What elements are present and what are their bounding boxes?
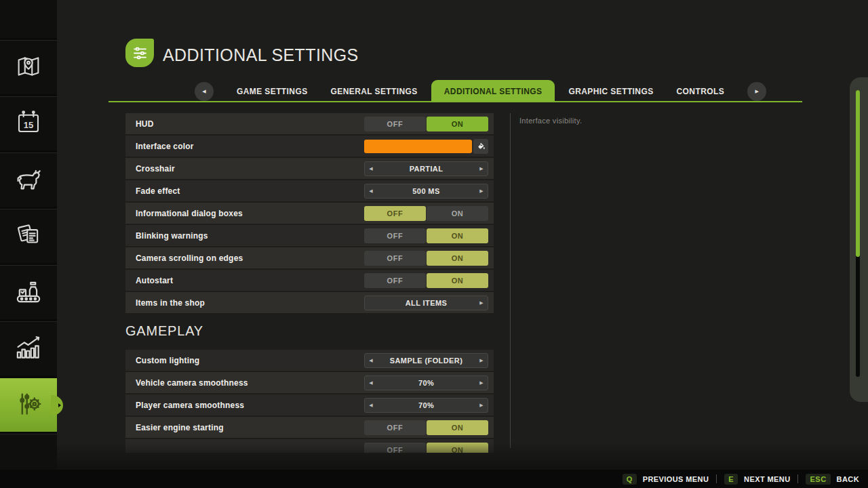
sidebar-item-production[interactable] bbox=[0, 265, 57, 319]
contracts-icon bbox=[14, 221, 43, 252]
toggle-off-button[interactable]: OFF bbox=[364, 117, 426, 131]
sliders-icon bbox=[131, 44, 149, 62]
decrease-button[interactable]: ◀ bbox=[366, 399, 376, 412]
footer-action-previous-menu[interactable]: QPREVIOUS MENU bbox=[623, 474, 709, 485]
toggle: OFFON bbox=[364, 273, 488, 288]
setting-row-items-in-the-shop: Items in the shopALL ITEMS▶ bbox=[125, 292, 494, 313]
toggle-on-button[interactable]: ON bbox=[427, 443, 488, 453]
selector: ALL ITEMS▶ bbox=[364, 296, 488, 310]
footer-bar: QPREVIOUS MENUENEXT MENUESCBACK bbox=[0, 470, 868, 488]
setting-label: Custom lighting bbox=[136, 356, 199, 365]
toggle-on-button[interactable]: ON bbox=[427, 228, 488, 243]
animals-icon bbox=[14, 164, 43, 197]
setting-label: Blinking warnings bbox=[136, 231, 208, 241]
footer-action-back[interactable]: ESCBACK bbox=[806, 474, 859, 485]
sidebar-item-contracts[interactable] bbox=[0, 209, 57, 263]
sidebar-tile-empty bbox=[0, 434, 57, 470]
panel-divider bbox=[510, 113, 511, 448]
svg-text:15: 15 bbox=[24, 119, 34, 129]
setting-row-hud: HUDOFFON bbox=[125, 113, 494, 134]
toggle-on-button[interactable]: ON bbox=[427, 206, 488, 221]
setting-label: Easier engine starting bbox=[136, 423, 224, 432]
tab-graphic-settings[interactable]: GRAPHIC SETTINGS bbox=[568, 87, 653, 96]
increase-button[interactable]: ▶ bbox=[477, 296, 486, 310]
sidebar-item-animals[interactable] bbox=[0, 152, 57, 207]
sidebar-item-calendar[interactable]: 15 bbox=[0, 96, 57, 150]
tab-general-settings[interactable]: GENERAL SETTINGS bbox=[331, 87, 418, 96]
increase-button[interactable]: ▶ bbox=[477, 354, 486, 367]
color-control bbox=[364, 139, 488, 154]
toggle: OFFON bbox=[364, 420, 488, 435]
toggle-off-button[interactable]: OFF bbox=[364, 251, 426, 266]
scrollbar-thumb[interactable] bbox=[856, 90, 860, 257]
toggle-on-button[interactable]: ON bbox=[427, 251, 488, 266]
decrease-button[interactable]: ◀ bbox=[366, 184, 376, 198]
toggle: OFFON bbox=[364, 443, 488, 453]
sidebar-item-map[interactable] bbox=[0, 40, 57, 94]
color-picker-button[interactable] bbox=[473, 139, 488, 154]
map-icon bbox=[14, 52, 43, 83]
key-badge-esc: ESC bbox=[806, 474, 830, 485]
tab-additional-settings[interactable]: ADDITIONAL SETTINGS bbox=[431, 80, 555, 102]
sidebar-item-statistics[interactable] bbox=[0, 321, 57, 375]
setting-row-autostart: AutostartOFFON bbox=[125, 270, 494, 291]
setting-label: Interface color bbox=[136, 142, 194, 151]
setting-control bbox=[364, 139, 488, 154]
toggle: OFFON bbox=[364, 117, 488, 131]
increase-button[interactable]: ▶ bbox=[477, 399, 486, 412]
selector: ◀70%▶ bbox=[364, 398, 488, 413]
tabs-next-button[interactable]: ▶ bbox=[747, 82, 766, 101]
setting-label: HUD bbox=[136, 119, 154, 129]
increase-button[interactable]: ▶ bbox=[477, 184, 486, 198]
section-title-gameplay: GAMEPLAY bbox=[125, 323, 494, 339]
toggle-on-button[interactable]: ON bbox=[427, 117, 488, 131]
decrease-button[interactable]: ◀ bbox=[366, 376, 376, 390]
key-badge-q: Q bbox=[623, 474, 637, 485]
toggle-off-button[interactable]: OFF bbox=[364, 273, 426, 288]
increase-button[interactable]: ▶ bbox=[477, 376, 486, 390]
toggle-off-button[interactable]: OFF bbox=[364, 443, 426, 453]
footer-action-next-menu[interactable]: ENEXT MENU bbox=[724, 474, 790, 485]
toggle-off-button[interactable]: OFF bbox=[364, 206, 426, 221]
selector: ◀500 MS▶ bbox=[364, 184, 488, 199]
toggle-on-button[interactable]: ON bbox=[427, 420, 488, 435]
toggle: OFFON bbox=[364, 251, 488, 266]
settings-list: HUDOFFONInterface colorCrosshair◀PARTIAL… bbox=[125, 113, 494, 453]
tabs-prev-button[interactable]: ◀ bbox=[195, 82, 214, 101]
footer-separator bbox=[797, 474, 798, 483]
setting-row-fade-effect: Fade effect◀500 MS▶ bbox=[125, 180, 494, 201]
settings-icon bbox=[13, 388, 44, 422]
scrollbar-track[interactable] bbox=[856, 90, 860, 377]
toggle-on-button[interactable]: ON bbox=[427, 273, 488, 288]
selector: ◀70%▶ bbox=[364, 375, 488, 390]
tabs-bar: ◀ GAME SETTINGSGENERAL SETTINGSADDITIONA… bbox=[195, 80, 766, 102]
selector-value: 70% bbox=[418, 379, 434, 387]
tab-controls[interactable]: CONTROLS bbox=[677, 87, 725, 96]
selector-value: PARTIAL bbox=[410, 165, 443, 173]
setting-row-camera-scrolling-on-edges: Camera scrolling on edgesOFFON bbox=[125, 247, 494, 268]
toggle-off-button[interactable]: OFF bbox=[364, 228, 426, 243]
paint-icon bbox=[477, 142, 486, 150]
decrease-button[interactable]: ◀ bbox=[366, 354, 376, 367]
setting-control: OFFON bbox=[364, 273, 488, 288]
toggle-off-button[interactable]: OFF bbox=[364, 420, 426, 435]
setting-row-player-camera-smoothness: Player camera smoothness◀70%▶ bbox=[125, 394, 494, 415]
setting-control: OFFON bbox=[364, 228, 488, 243]
key-badge-e: E bbox=[724, 474, 738, 485]
sidebar-item-settings[interactable] bbox=[0, 378, 57, 432]
production-icon bbox=[14, 277, 43, 309]
footer-action-label: NEXT MENU bbox=[744, 475, 790, 483]
color-swatch[interactable] bbox=[364, 140, 472, 153]
additional-settings-icon bbox=[125, 39, 154, 67]
tab-game-settings[interactable]: GAME SETTINGS bbox=[237, 87, 308, 96]
setting-control: OFFON bbox=[364, 443, 488, 453]
sidebar-tile-empty bbox=[0, 0, 57, 38]
additional-settings-screen: 15 ADDITIONAL SETTINGS ◀ GAME SETTINGSGE… bbox=[0, 0, 868, 488]
setting-control: OFFON bbox=[364, 251, 488, 266]
increase-button[interactable]: ▶ bbox=[477, 162, 486, 176]
setting-label: Player camera smoothness bbox=[136, 401, 244, 410]
setting-control: ◀70%▶ bbox=[364, 375, 488, 390]
selector: ◀PARTIAL▶ bbox=[364, 161, 488, 176]
decrease-button[interactable]: ◀ bbox=[366, 162, 376, 176]
setting-control: ◀500 MS▶ bbox=[364, 184, 488, 199]
